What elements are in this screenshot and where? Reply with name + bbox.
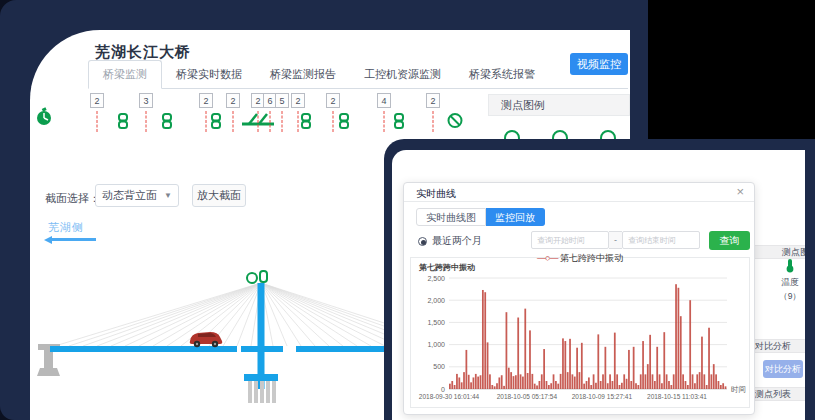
svg-text:2,500: 2,500 (427, 275, 445, 282)
link-sensor-icon[interactable] (162, 113, 172, 133)
dialog-title: 实时曲线 (416, 187, 456, 201)
svg-text:2,000: 2,000 (427, 297, 445, 304)
car-illustration (190, 332, 223, 347)
thermometer-icon (784, 258, 796, 273)
dialog-controls: 最近两个月 - 查询 (404, 231, 754, 251)
recent-two-months-radio[interactable]: 最近两个月 (418, 234, 482, 248)
link-sensor-icon[interactable] (339, 113, 349, 133)
sensor-dashed-line (384, 111, 385, 132)
tab-桥梁实时数据[interactable]: 桥梁实时数据 (162, 61, 256, 88)
legend-icons-clipped (500, 126, 640, 140)
svg-text:2018-10-15 11:03:41: 2018-10-15 11:03:41 (647, 393, 707, 400)
radio-label: 最近两个月 (432, 234, 482, 248)
svg-text:2018-10-05 05:17:54: 2018-10-05 05:17:54 (497, 393, 558, 400)
vibration-chart: 05001,0001,5002,0002,5002018-09-30 16:01… (411, 258, 749, 407)
bridge-tower (244, 283, 278, 403)
sensor-dashed-line (233, 111, 234, 132)
compare-analysis-button[interactable]: 对比分析 (763, 360, 803, 378)
dialog-tab-监控回放[interactable]: 监控回放 (486, 208, 545, 226)
clock-sensor-icon (35, 107, 53, 131)
sensor-count-badge: 2 (291, 93, 305, 108)
tower-top-sensor-icons[interactable] (247, 271, 267, 283)
query-end-time-input[interactable] (622, 231, 700, 249)
section-select-label: 截面选择： (45, 191, 100, 206)
svg-text:1,500: 1,500 (427, 319, 445, 326)
radio-dot-icon (418, 237, 427, 246)
sensor-count-badge: 2 (326, 93, 340, 108)
sensor-count-badge: 5 (275, 93, 289, 108)
query-button[interactable]: 查询 (709, 231, 750, 250)
sensor-dashed-line (97, 111, 98, 132)
sensor-dashed-line (270, 111, 271, 132)
svg-text:1,000: 1,000 (427, 341, 445, 348)
legend-panel-header: 测点图例 (488, 94, 630, 116)
temperature-label: 温度 (767, 277, 813, 289)
realtime-curve-dialog: 实时曲线 × 实时曲线图监控回放 最近两个月 - 查询 —○— 第七跨跨中振动 (403, 182, 755, 415)
sensor-dashed-line (433, 111, 434, 132)
ban-sensor-icon (447, 112, 464, 133)
sensor-count-badge: 3 (139, 93, 153, 108)
desktop-backdrop: 芜湖长江大桥 桥梁监测桥梁实时数据桥梁监测报告工控机资源监测桥梁系统报警 视频监… (0, 0, 815, 420)
range-separator: - (609, 231, 622, 249)
sensor-dashed-line (146, 111, 147, 132)
close-icon[interactable]: × (736, 185, 744, 199)
sensor-dashed-line (282, 111, 283, 132)
tab-桥梁监测报告[interactable]: 桥梁监测报告 (256, 61, 350, 88)
dialog-tabbar: 实时曲线图监控回放 (416, 208, 545, 226)
sensor-dashed-line (333, 111, 334, 132)
link-sensor-icon[interactable] (211, 113, 221, 133)
black-region (648, 0, 815, 141)
sensor-dashed-line (258, 111, 259, 132)
svg-text:0: 0 (441, 386, 445, 393)
link-sensor-icon[interactable] (394, 113, 404, 133)
sensor-count-badge: 2 (426, 93, 440, 108)
tab-桥梁系统报警[interactable]: 桥梁系统报警 (455, 61, 549, 88)
temperature-count: （9） (767, 291, 813, 303)
sensor-dashed-line (206, 111, 207, 132)
sensor-count-badge: 2 (199, 93, 213, 108)
sensor-count-badge: 2 (226, 93, 240, 108)
section-select-value: 动态背立面 (102, 188, 157, 203)
svg-text:时间: 时间 (731, 385, 746, 394)
svg-text:500: 500 (433, 363, 445, 370)
zoom-section-button[interactable]: 放大截面 (192, 184, 246, 207)
link-sensor-icon[interactable] (118, 113, 128, 133)
section-select-dropdown[interactable]: 动态背立面 ▼ (95, 184, 179, 207)
query-start-time-input[interactable] (531, 231, 609, 249)
chevron-down-icon: ▼ (164, 191, 172, 200)
svg-text:2018-10-09 15:27:41: 2018-10-09 15:27:41 (572, 393, 633, 400)
front-app-window: 测点图例 温度 （9） 对比分析 对比分析 测点列表 实时曲线 × 实时曲线图监… (392, 150, 805, 420)
video-monitor-button[interactable]: 视频监控 (570, 53, 628, 75)
tab-工控机资源监测[interactable]: 工控机资源监测 (350, 61, 455, 88)
link-sensor-icon[interactable] (301, 113, 311, 133)
dialog-header: 实时曲线 × (404, 183, 754, 202)
svg-text:2018-09-30 16:01:44: 2018-09-30 16:01:44 (419, 393, 480, 400)
dialog-tab-实时曲线图[interactable]: 实时曲线图 (416, 208, 486, 226)
sensor-count-badge: 2 (90, 93, 104, 108)
sensor-row: 23222652242 (30, 85, 500, 145)
chart-container: —○— 第七跨跨中振动 第七跨跨中振动 05001,0001,5002,0002… (410, 257, 750, 408)
sensor-count-badge: 4 (377, 93, 391, 108)
temperature-legend-item[interactable]: 温度 （9） (767, 258, 813, 303)
sensor-dashed-line (298, 111, 299, 132)
